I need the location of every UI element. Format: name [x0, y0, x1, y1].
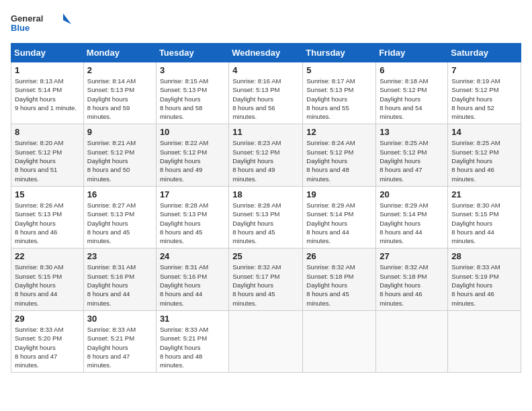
day-info: Sunrise: 8:13 AM Sunset: 5:14 PM Dayligh… [15, 77, 80, 112]
day-number: 9 [87, 127, 152, 137]
calendar-cell: 26 Sunrise: 8:32 AM Sunset: 5:18 PM Dayl… [303, 248, 376, 310]
day-info: Sunrise: 8:18 AM Sunset: 5:12 PM Dayligh… [380, 77, 444, 121]
calendar-cell: 30 Sunrise: 8:33 AM Sunset: 5:21 PM Dayl… [83, 310, 156, 372]
calendar-cell: 9 Sunrise: 8:21 AM Sunset: 5:12 PM Dayli… [83, 124, 156, 186]
day-info: Sunrise: 8:33 AM Sunset: 5:19 PM Dayligh… [451, 263, 517, 307]
day-number: 24 [160, 251, 225, 261]
calendar-cell: 20 Sunrise: 8:29 AM Sunset: 5:14 PM Dayl… [376, 186, 448, 248]
day-info: Sunrise: 8:33 AM Sunset: 5:20 PM Dayligh… [15, 325, 80, 369]
day-number: 21 [451, 189, 517, 199]
day-info: Sunrise: 8:31 AM Sunset: 5:16 PM Dayligh… [87, 263, 152, 307]
day-info: Sunrise: 8:25 AM Sunset: 5:12 PM Dayligh… [380, 138, 444, 183]
day-info: Sunrise: 8:20 AM Sunset: 5:12 PM Dayligh… [15, 138, 80, 183]
calendar-cell [229, 310, 303, 372]
day-info: Sunrise: 8:21 AM Sunset: 5:12 PM Dayligh… [87, 138, 152, 183]
svg-text:General: General [11, 13, 43, 24]
day-number: 6 [380, 65, 444, 75]
calendar-cell: 14 Sunrise: 8:25 AM Sunset: 5:12 PM Dayl… [448, 124, 521, 186]
weekday-header-monday: Monday [83, 44, 156, 62]
calendar-cell: 28 Sunrise: 8:33 AM Sunset: 5:19 PM Dayl… [448, 248, 521, 310]
calendar-cell: 22 Sunrise: 8:30 AM Sunset: 5:15 PM Dayl… [11, 248, 84, 310]
day-info: Sunrise: 8:32 AM Sunset: 5:18 PM Dayligh… [380, 263, 444, 307]
page-header: General Blue [11, 11, 521, 38]
day-number: 11 [232, 127, 299, 137]
day-number: 17 [160, 189, 225, 199]
day-info: Sunrise: 8:23 AM Sunset: 5:12 PM Dayligh… [232, 138, 299, 183]
day-info: Sunrise: 8:26 AM Sunset: 5:13 PM Dayligh… [15, 201, 80, 245]
day-info: Sunrise: 8:19 AM Sunset: 5:12 PM Dayligh… [451, 77, 517, 121]
day-number: 30 [87, 314, 152, 324]
day-number: 8 [15, 127, 80, 137]
weekday-header-friday: Friday [376, 44, 448, 62]
calendar-cell: 29 Sunrise: 8:33 AM Sunset: 5:20 PM Dayl… [11, 310, 84, 372]
calendar-cell: 2 Sunrise: 8:14 AM Sunset: 5:13 PM Dayli… [83, 62, 156, 124]
weekday-header-sunday: Sunday [11, 44, 84, 62]
calendar-cell: 13 Sunrise: 8:25 AM Sunset: 5:12 PM Dayl… [376, 124, 448, 186]
day-number: 22 [15, 251, 80, 261]
day-number: 27 [380, 251, 444, 261]
day-info: Sunrise: 8:30 AM Sunset: 5:15 PM Dayligh… [451, 201, 517, 245]
day-info: Sunrise: 8:27 AM Sunset: 5:13 PM Dayligh… [87, 201, 152, 245]
day-number: 5 [306, 65, 372, 75]
calendar-cell: 27 Sunrise: 8:32 AM Sunset: 5:18 PM Dayl… [376, 248, 448, 310]
calendar-cell: 24 Sunrise: 8:31 AM Sunset: 5:16 PM Dayl… [156, 248, 228, 310]
calendar-cell [303, 310, 376, 372]
day-info: Sunrise: 8:22 AM Sunset: 5:12 PM Dayligh… [160, 138, 225, 183]
weekday-header-tuesday: Tuesday [156, 44, 228, 62]
calendar-cell: 16 Sunrise: 8:27 AM Sunset: 5:13 PM Dayl… [83, 186, 156, 248]
day-number: 28 [451, 251, 517, 261]
day-number: 23 [87, 251, 152, 261]
calendar-cell: 17 Sunrise: 8:28 AM Sunset: 5:13 PM Dayl… [156, 186, 228, 248]
day-number: 10 [160, 127, 225, 137]
day-number: 26 [306, 251, 372, 261]
day-info: Sunrise: 8:16 AM Sunset: 5:13 PM Dayligh… [232, 77, 299, 121]
day-number: 3 [160, 65, 225, 75]
day-number: 1 [15, 65, 80, 75]
calendar-cell: 25 Sunrise: 8:32 AM Sunset: 5:17 PM Dayl… [229, 248, 303, 310]
day-number: 25 [232, 251, 299, 261]
day-number: 29 [15, 314, 80, 324]
calendar-cell: 8 Sunrise: 8:20 AM Sunset: 5:12 PM Dayli… [11, 124, 84, 186]
calendar-cell [448, 310, 521, 372]
calendar-table: SundayMondayTuesdayWednesdayThursdayFrid… [11, 43, 521, 373]
calendar-cell: 11 Sunrise: 8:23 AM Sunset: 5:12 PM Dayl… [229, 124, 303, 186]
day-number: 4 [232, 65, 299, 75]
day-info: Sunrise: 8:17 AM Sunset: 5:13 PM Dayligh… [306, 77, 372, 121]
calendar-cell: 1 Sunrise: 8:13 AM Sunset: 5:14 PM Dayli… [11, 62, 84, 124]
calendar-cell: 5 Sunrise: 8:17 AM Sunset: 5:13 PM Dayli… [303, 62, 376, 124]
calendar-cell [376, 310, 448, 372]
day-info: Sunrise: 8:24 AM Sunset: 5:12 PM Dayligh… [306, 138, 372, 183]
day-number: 13 [380, 127, 444, 137]
svg-marker-2 [63, 13, 71, 24]
weekday-header-thursday: Thursday [303, 44, 376, 62]
day-info: Sunrise: 8:15 AM Sunset: 5:13 PM Dayligh… [160, 77, 225, 121]
calendar-cell: 7 Sunrise: 8:19 AM Sunset: 5:12 PM Dayli… [448, 62, 521, 124]
day-number: 12 [306, 127, 372, 137]
day-info: Sunrise: 8:32 AM Sunset: 5:17 PM Dayligh… [232, 263, 299, 307]
day-number: 20 [380, 189, 444, 199]
calendar-cell: 31 Sunrise: 8:33 AM Sunset: 5:21 PM Dayl… [156, 310, 228, 372]
day-number: 16 [87, 189, 152, 199]
day-number: 31 [160, 314, 225, 324]
calendar-cell: 4 Sunrise: 8:16 AM Sunset: 5:13 PM Dayli… [229, 62, 303, 124]
calendar-cell: 18 Sunrise: 8:28 AM Sunset: 5:13 PM Dayl… [229, 186, 303, 248]
weekday-header-wednesday: Wednesday [229, 44, 303, 62]
calendar-cell: 15 Sunrise: 8:26 AM Sunset: 5:13 PM Dayl… [11, 186, 84, 248]
calendar-cell: 12 Sunrise: 8:24 AM Sunset: 5:12 PM Dayl… [303, 124, 376, 186]
day-info: Sunrise: 8:33 AM Sunset: 5:21 PM Dayligh… [87, 325, 152, 369]
calendar-cell: 10 Sunrise: 8:22 AM Sunset: 5:12 PM Dayl… [156, 124, 228, 186]
day-info: Sunrise: 8:28 AM Sunset: 5:13 PM Dayligh… [232, 201, 299, 245]
weekday-header-saturday: Saturday [448, 44, 521, 62]
day-info: Sunrise: 8:32 AM Sunset: 5:18 PM Dayligh… [306, 263, 372, 307]
day-info: Sunrise: 8:33 AM Sunset: 5:21 PM Dayligh… [160, 325, 225, 369]
calendar-cell: 23 Sunrise: 8:31 AM Sunset: 5:16 PM Dayl… [83, 248, 156, 310]
calendar-cell: 21 Sunrise: 8:30 AM Sunset: 5:15 PM Dayl… [448, 186, 521, 248]
calendar-cell: 3 Sunrise: 8:15 AM Sunset: 5:13 PM Dayli… [156, 62, 228, 124]
day-number: 7 [451, 65, 517, 75]
day-number: 19 [306, 189, 372, 199]
logo: General Blue [11, 11, 71, 38]
calendar-cell: 6 Sunrise: 8:18 AM Sunset: 5:12 PM Dayli… [376, 62, 448, 124]
day-number: 15 [15, 189, 80, 199]
day-info: Sunrise: 8:29 AM Sunset: 5:14 PM Dayligh… [306, 201, 372, 245]
day-info: Sunrise: 8:14 AM Sunset: 5:13 PM Dayligh… [87, 77, 152, 121]
